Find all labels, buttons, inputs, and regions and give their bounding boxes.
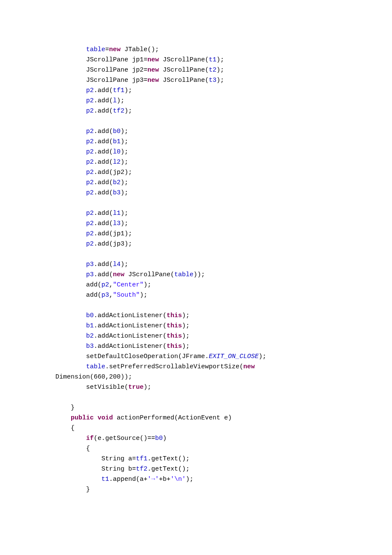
code-line: JScrollPane jp2=new JScrollPane(t2); bbox=[55, 65, 392, 75]
code-line: p2.add(b0); bbox=[55, 127, 392, 137]
code-line bbox=[55, 249, 392, 260]
code-line: p2.add(jp2); bbox=[55, 168, 392, 178]
code-line: add(p2,"Center"); bbox=[55, 280, 392, 290]
code-line bbox=[55, 301, 392, 311]
code-line bbox=[55, 198, 392, 208]
code-line: p2.add(l); bbox=[55, 96, 392, 106]
code-block: table=new JTable(); JScrollPane jp1=new … bbox=[55, 45, 392, 495]
code-line: p2.add(jp3); bbox=[55, 239, 392, 249]
code-line: p2.add(b1); bbox=[55, 137, 392, 147]
code-line: add(p3,"South"); bbox=[55, 290, 392, 301]
code-line: table.setPreferredScrollableViewportSize… bbox=[55, 362, 392, 372]
code-line: public void actionPerformed(ActionEvent … bbox=[55, 413, 392, 423]
code-line: JScrollPane jp1=new JScrollPane(t1); bbox=[55, 55, 392, 65]
code-line: if(e.getSource()==b0) bbox=[55, 434, 392, 444]
code-line: JScrollPane jp3=new JScrollPane(t3); bbox=[55, 75, 392, 86]
code-line: String a=tf1.getText(); bbox=[55, 454, 392, 464]
code-line: b2.addActionListener(this); bbox=[55, 331, 392, 341]
code-line: { bbox=[55, 423, 392, 434]
code-line: p2.add(b3); bbox=[55, 188, 392, 198]
code-line bbox=[55, 116, 392, 127]
code-line: p2.add(l1); bbox=[55, 208, 392, 219]
code-line: } bbox=[55, 485, 392, 495]
code-line: p2.add(tf1); bbox=[55, 86, 392, 96]
code-line: setVisible(true); bbox=[55, 382, 392, 393]
code-line: setDefaultCloseOperation(JFrame.EXIT_ON_… bbox=[55, 352, 392, 362]
code-line: p2.add(b2); bbox=[55, 178, 392, 188]
code-line: p3.add(l4); bbox=[55, 260, 392, 270]
code-line: p2.add(jp1); bbox=[55, 229, 392, 239]
code-line: table=new JTable(); bbox=[55, 45, 392, 55]
code-line: p2.add(tf2); bbox=[55, 106, 392, 116]
code-line: p2.add(l0); bbox=[55, 147, 392, 157]
code-line bbox=[55, 393, 392, 403]
document-page: table=new JTable(); JScrollPane jp1=new … bbox=[0, 0, 392, 555]
code-line: p2.add(l2); bbox=[55, 157, 392, 168]
code-line: p3.add(new JScrollPane(table)); bbox=[55, 270, 392, 280]
code-line: b1.addActionListener(this); bbox=[55, 321, 392, 331]
code-line: p2.add(l3); bbox=[55, 219, 392, 229]
code-line: b0.addActionListener(this); bbox=[55, 311, 392, 321]
code-line: t1.append(a+'→'+b+'\n'); bbox=[55, 474, 392, 485]
code-line: } bbox=[55, 403, 392, 413]
code-line: Dimension(660,200)); bbox=[55, 372, 392, 382]
code-line: { bbox=[55, 444, 392, 454]
code-line: String b=tf2.getText(); bbox=[55, 464, 392, 474]
code-line: b3.addActionListener(this); bbox=[55, 341, 392, 352]
